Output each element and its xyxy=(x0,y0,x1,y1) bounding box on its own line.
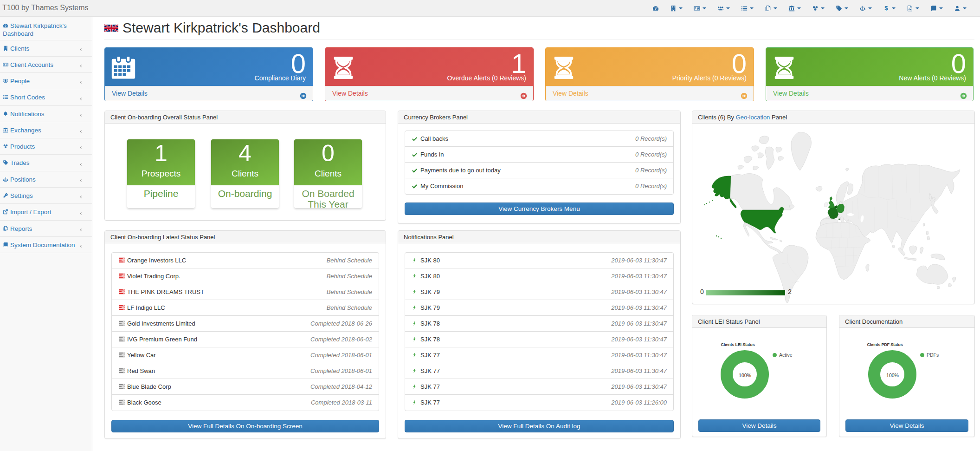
svg-text:$: $ xyxy=(884,5,888,12)
